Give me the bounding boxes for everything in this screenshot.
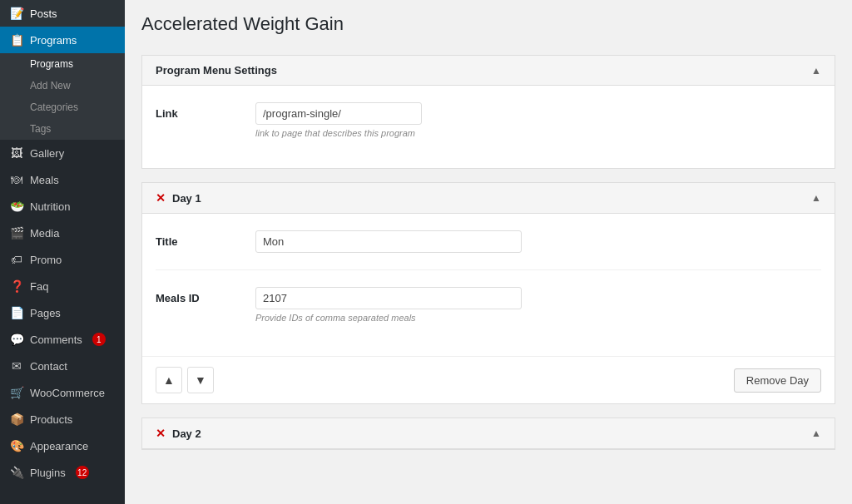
media-icon: 🎬 [10, 226, 23, 240]
comments-badge: 1 [92, 333, 106, 346]
sidebar-item-programs[interactable]: 📋 Programs [0, 27, 125, 53]
link-control-wrap: link to page that describes this program [255, 102, 821, 138]
pages-icon: 📄 [10, 306, 23, 319]
link-hint: link to page that describes this program [255, 128, 821, 138]
day1-nav-buttons: ▲ ▼ [156, 367, 214, 393]
sidebar-item-gallery[interactable]: 🖼 Gallery [0, 140, 125, 166]
sidebar-item-nutrition[interactable]: 🥗 Nutrition [0, 193, 125, 220]
page-title: Accelerated Weight Gain [141, 13, 835, 42]
day1-meals-id-hint: Provide IDs of comma separated meals [255, 313, 821, 323]
day1-title-input[interactable] [255, 230, 522, 253]
day1-header-left: ✕ Day 1 [156, 191, 201, 205]
day1-title-row: Title [156, 230, 821, 270]
day1-remove-button[interactable]: Remove Day [734, 368, 821, 393]
sidebar-item-contact[interactable]: ✉ Contact [0, 353, 125, 379]
day1-header: ✕ Day 1 ▲ [142, 183, 835, 214]
sidebar-item-comments[interactable]: 💬 Comments 1 [0, 326, 125, 353]
day1-collapse-icon[interactable]: ▲ [811, 192, 821, 204]
day1-body: Title Meals ID Provide IDs of comma sepa… [142, 214, 835, 356]
panel-collapse-icon[interactable]: ▲ [811, 65, 821, 77]
day1-move-up-button[interactable]: ▲ [156, 367, 182, 393]
day2-header: ✕ Day 2 ▲ [142, 418, 835, 449]
meals-icon: 🍽 [10, 173, 23, 186]
day1-meals-id-control: Provide IDs of comma separated meals [255, 287, 821, 323]
day1-panel: ✕ Day 1 ▲ Title Meals ID Provide IDs of … [141, 182, 835, 404]
contact-icon: ✉ [10, 359, 23, 373]
day1-title-label: Title [156, 230, 255, 248]
day1-meals-id-input[interactable] [255, 287, 522, 309]
day1-remove-x-icon[interactable]: ✕ [156, 191, 166, 205]
sidebar-item-pages[interactable]: 📄 Pages [0, 299, 125, 326]
program-menu-settings-body: Link link to page that describes this pr… [142, 86, 835, 168]
day1-title: Day 1 [172, 192, 201, 205]
sidebar-item-promo[interactable]: 🏷 Promo [0, 246, 125, 273]
programs-icon: 📋 [10, 33, 23, 47]
day1-title-control [255, 230, 821, 253]
nutrition-icon: 🥗 [10, 200, 23, 213]
day1-meals-id-label: Meals ID [156, 287, 255, 304]
day2-title: Day 2 [172, 427, 201, 440]
day2-collapse-icon[interactable]: ▲ [811, 427, 821, 439]
appearance-icon: 🎨 [10, 439, 23, 452]
day1-move-down-button[interactable]: ▼ [187, 367, 214, 393]
promo-icon: 🏷 [10, 253, 23, 266]
gallery-icon: 🖼 [10, 146, 23, 160]
sidebar-item-media[interactable]: 🎬 Media [0, 220, 125, 246]
sidebar-item-meals[interactable]: 🍽 Meals [0, 166, 125, 193]
programs-submenu: Programs Add New Categories Tags [0, 53, 125, 140]
products-icon: 📦 [10, 413, 23, 426]
program-menu-settings-header: Program Menu Settings ▲ [142, 56, 835, 86]
submenu-item-tags[interactable]: Tags [0, 118, 125, 140]
day2-panel: ✕ Day 2 ▲ [141, 418, 835, 450]
comments-icon: 💬 [10, 333, 23, 346]
posts-icon: 📝 [10, 7, 23, 20]
program-menu-settings-panel: Program Menu Settings ▲ Link link to pag… [141, 55, 835, 169]
submenu-item-categories[interactable]: Categories [0, 96, 125, 118]
plugins-icon: 🔌 [10, 466, 23, 479]
day2-remove-x-icon[interactable]: ✕ [156, 427, 166, 440]
sidebar: 📝 Posts 📋 Programs Programs Add New Cate… [0, 0, 125, 504]
main-content: Accelerated Weight Gain Program Menu Set… [125, 0, 852, 504]
link-label: Link [156, 102, 255, 120]
plugins-badge: 12 [76, 466, 89, 479]
day2-header-left: ✕ Day 2 [156, 427, 201, 440]
submenu-item-programs[interactable]: Programs [0, 53, 125, 75]
sidebar-item-products[interactable]: 📦 Products [0, 406, 125, 432]
faq-icon: ❓ [10, 279, 23, 293]
submenu-item-add-new[interactable]: Add New [0, 75, 125, 96]
woocommerce-icon: 🛒 [10, 386, 23, 399]
day1-footer: ▲ ▼ Remove Day [142, 356, 835, 403]
sidebar-item-woocommerce[interactable]: 🛒 WooCommerce [0, 379, 125, 406]
sidebar-item-plugins[interactable]: 🔌 Plugins 12 [0, 459, 125, 486]
link-input[interactable] [255, 102, 422, 125]
sidebar-item-faq[interactable]: ❓ Faq [0, 273, 125, 299]
day1-meals-id-row: Meals ID Provide IDs of comma separated … [156, 287, 821, 339]
sidebar-item-posts[interactable]: 📝 Posts [0, 0, 125, 27]
sidebar-item-appearance[interactable]: 🎨 Appearance [0, 432, 125, 459]
link-form-row: Link link to page that describes this pr… [156, 102, 821, 151]
